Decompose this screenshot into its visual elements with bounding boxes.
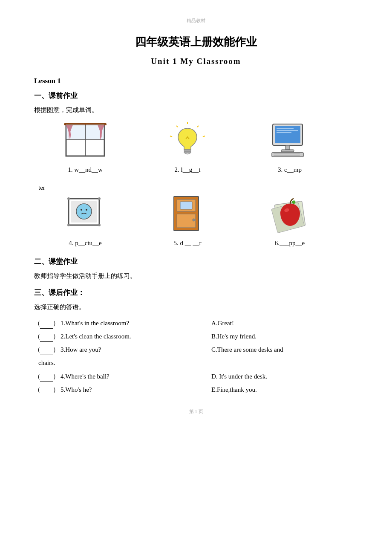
match-item-4: （ ） 4.Where's the ball? D. It's under th…: [34, 371, 358, 382]
match-item-2: （ ） 2.Let's clean the classroom. B.He's …: [34, 331, 358, 342]
svg-point-27: [86, 209, 87, 211]
label-picture: 4. p__ctu__e: [51, 238, 119, 248]
match-item-1: （ ） 1.What's in the classroom? A.Great!: [34, 318, 358, 329]
svg-point-29: [98, 197, 101, 200]
question-3: 3.How are you?: [61, 344, 211, 355]
watermark-bottom: 第 1 页: [34, 408, 358, 416]
svg-rect-22: [277, 132, 291, 133]
bracket-3: [40, 344, 53, 355]
paren-close-1: ）: [53, 318, 59, 328]
image-apple: [256, 194, 324, 235]
match-item-3: （ ） 3.How are you? C.There are some desk…: [34, 344, 358, 355]
section1-title: 一、课前作业: [34, 90, 358, 101]
match-item-5: （ ） 5.Who's he? E.Fine,thank you.: [34, 384, 358, 395]
svg-point-31: [98, 224, 101, 226]
paren-open-1: （: [34, 318, 40, 328]
image-computer: [256, 121, 324, 162]
svg-point-35: [193, 219, 195, 221]
svg-point-25: [76, 204, 92, 219]
svg-rect-4: [66, 124, 85, 139]
svg-rect-12: [184, 151, 191, 153]
svg-line-9: [176, 126, 178, 127]
paren-open-4: （: [34, 371, 40, 382]
svg-rect-19: [274, 155, 300, 156]
svg-rect-21: [277, 130, 298, 131]
paren-close-3: ）: [53, 344, 59, 355]
answer-2: B.He's my friend.: [211, 331, 358, 341]
svg-rect-18: [274, 153, 300, 154]
svg-line-7: [197, 126, 199, 127]
lesson-title: Lesson 1: [34, 75, 358, 87]
unit-title: Unit 1 My Classroom: [34, 55, 358, 68]
svg-rect-5: [86, 124, 104, 139]
bracket-1: [40, 318, 53, 329]
svg-rect-20: [277, 128, 294, 129]
section3-instruction: 选择正确的答语。: [34, 302, 358, 312]
label-window: 1. w__nd__w: [51, 165, 119, 175]
main-title: 四年级英语上册效能作业: [34, 33, 358, 51]
question-1: 1.What's in the classroom?: [61, 318, 211, 328]
svg-point-26: [81, 209, 82, 211]
paren-open-2: （: [34, 331, 40, 341]
paren-close-4: ）: [53, 371, 59, 382]
svg-point-28: [67, 197, 70, 200]
label-door: 5. d __ __r: [153, 238, 222, 248]
svg-rect-15: [285, 145, 290, 150]
svg-line-8: [203, 136, 205, 137]
answer-4: D. It's under the desk.: [211, 371, 358, 382]
svg-rect-16: [281, 150, 294, 152]
svg-point-30: [67, 224, 70, 226]
image-door: [153, 194, 222, 235]
label-row-1: 1. w__nd__w 2. l__g__t 3. c__mp: [34, 165, 358, 175]
label-apple: 6.___pp__e: [256, 238, 324, 248]
image-light: [153, 121, 222, 162]
label-light: 2. l__g__t: [153, 165, 222, 175]
paren-close-5: ）: [53, 384, 59, 395]
question-2: 2.Let's clean the classroom.: [61, 331, 211, 341]
section3-title: 三、课后作业：: [34, 287, 358, 298]
question-4: 4.Where's the ball?: [61, 371, 211, 382]
bracket-5: [40, 384, 53, 395]
image-window: [51, 121, 119, 162]
label-computer-suffix: ter: [38, 182, 358, 193]
paren-open-3: （: [34, 344, 40, 355]
answer-1: A.Great!: [211, 318, 358, 328]
section1-instruction: 根据图意，完成单词。: [34, 105, 358, 115]
section2-instruction: 教师指导学生做活动手册上的练习。: [34, 271, 358, 281]
answer-3: C.There are some desks and: [211, 344, 358, 355]
watermark-top: 精品教材: [34, 17, 358, 25]
bracket-4: [40, 371, 53, 382]
label-row-2: 4. p__ctu__e 5. d __ __r 6.___pp__e: [34, 238, 358, 248]
image-picture: [51, 194, 119, 235]
paren-open-5: （: [34, 384, 40, 395]
svg-rect-11: [184, 150, 191, 151]
match-section: （ ） 1.What's in the classroom? A.Great! …: [34, 318, 358, 395]
chairs-text: chairs.: [38, 358, 358, 368]
answer-5: E.Fine,thank you.: [211, 384, 358, 395]
images-row-2: [34, 194, 358, 235]
section2-title: 二、课堂作业: [34, 256, 358, 267]
svg-line-10: [170, 136, 172, 137]
bracket-2: [40, 331, 53, 342]
paren-close-2: ）: [53, 331, 59, 341]
question-5: 5.Who's he?: [61, 384, 211, 395]
images-row-1: [34, 121, 358, 162]
label-computer: 3. c__mp: [256, 165, 324, 175]
svg-rect-36: [180, 202, 192, 209]
